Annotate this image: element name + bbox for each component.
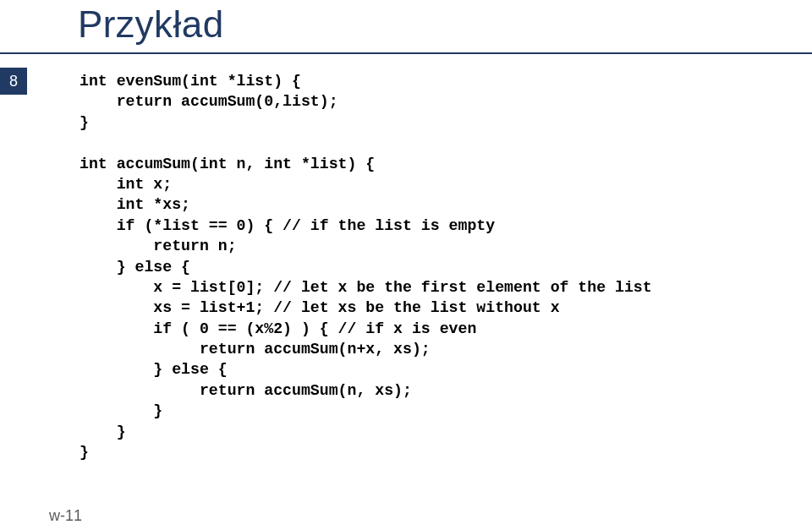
page-number: 8 <box>9 73 18 90</box>
slide-title: Przykład <box>78 3 224 46</box>
slide: Przykład 8 int evenSum(int *list) { retu… <box>0 0 812 530</box>
title-rule <box>0 52 812 54</box>
page-number-badge: 8 <box>0 68 27 95</box>
footer-label: w-11 <box>49 507 82 525</box>
code-block: int evenSum(int *list) { return accumSum… <box>80 71 652 462</box>
